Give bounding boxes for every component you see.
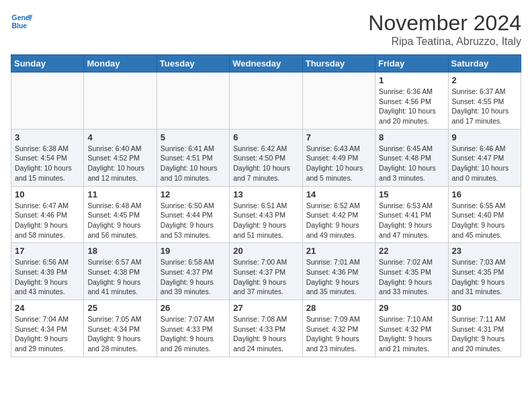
calendar-day-cell: 2Sunrise: 6:37 AM Sunset: 4:55 PM Daylig… <box>448 73 521 130</box>
calendar-day-cell <box>157 73 229 130</box>
calendar-week-row: 10Sunrise: 6:47 AM Sunset: 4:46 PM Dayli… <box>11 186 521 243</box>
day-info: Sunrise: 6:47 AM Sunset: 4:46 PM Dayligh… <box>15 201 80 240</box>
day-number: 13 <box>233 189 298 199</box>
day-number: 26 <box>161 303 226 313</box>
day-number: 10 <box>15 189 80 199</box>
calendar-day-cell: 29Sunrise: 7:10 AM Sunset: 4:32 PM Dayli… <box>375 300 448 357</box>
calendar-day-cell: 15Sunrise: 6:53 AM Sunset: 4:41 PM Dayli… <box>375 186 448 243</box>
day-number: 28 <box>306 303 371 313</box>
calendar-day-cell: 24Sunrise: 7:04 AM Sunset: 4:34 PM Dayli… <box>11 300 84 357</box>
day-info: Sunrise: 6:48 AM Sunset: 4:45 PM Dayligh… <box>87 201 152 240</box>
day-number: 17 <box>15 246 80 256</box>
calendar-day-cell: 18Sunrise: 6:57 AM Sunset: 4:38 PM Dayli… <box>84 243 157 300</box>
calendar-day-cell <box>302 73 375 130</box>
day-info: Sunrise: 6:43 AM Sunset: 4:49 PM Dayligh… <box>306 144 371 183</box>
day-info: Sunrise: 6:52 AM Sunset: 4:42 PM Dayligh… <box>306 201 371 240</box>
day-number: 30 <box>452 303 517 313</box>
calendar-day-cell: 7Sunrise: 6:43 AM Sunset: 4:49 PM Daylig… <box>302 129 375 186</box>
location-subtitle: Ripa Teatina, Abruzzo, Italy <box>368 36 521 48</box>
calendar-day-cell: 8Sunrise: 6:45 AM Sunset: 4:48 PM Daylig… <box>375 129 448 186</box>
day-info: Sunrise: 6:40 AM Sunset: 4:52 PM Dayligh… <box>87 144 152 183</box>
day-info: Sunrise: 6:51 AM Sunset: 4:43 PM Dayligh… <box>233 201 298 240</box>
title-block: November 2024 Ripa Teatina, Abruzzo, Ita… <box>368 11 521 48</box>
calendar-day-cell: 1Sunrise: 6:36 AM Sunset: 4:56 PM Daylig… <box>375 73 448 130</box>
logo-icon: General Blue <box>11 11 32 32</box>
page-header: General Blue November 2024 Ripa Teatina,… <box>11 11 521 48</box>
day-number: 8 <box>379 132 444 142</box>
day-of-week-header: Friday <box>375 55 448 73</box>
day-number: 1 <box>379 75 444 85</box>
calendar-day-cell: 17Sunrise: 6:56 AM Sunset: 4:39 PM Dayli… <box>11 243 84 300</box>
day-of-week-header: Wednesday <box>230 55 302 73</box>
calendar-day-cell: 5Sunrise: 6:41 AM Sunset: 4:51 PM Daylig… <box>157 129 229 186</box>
logo: General Blue <box>11 11 32 32</box>
calendar-day-cell: 4Sunrise: 6:40 AM Sunset: 4:52 PM Daylig… <box>84 129 157 186</box>
calendar-day-cell: 20Sunrise: 7:00 AM Sunset: 4:37 PM Dayli… <box>230 243 302 300</box>
day-info: Sunrise: 7:00 AM Sunset: 4:37 PM Dayligh… <box>233 257 298 297</box>
calendar-day-cell: 11Sunrise: 6:48 AM Sunset: 4:45 PM Dayli… <box>84 186 157 243</box>
day-number: 15 <box>379 189 444 199</box>
day-info: Sunrise: 7:02 AM Sunset: 4:35 PM Dayligh… <box>379 257 444 297</box>
calendar-week-row: 3Sunrise: 6:38 AM Sunset: 4:54 PM Daylig… <box>11 129 521 186</box>
day-number: 5 <box>161 132 226 142</box>
calendar-day-cell: 28Sunrise: 7:09 AM Sunset: 4:32 PM Dayli… <box>302 300 375 357</box>
day-number: 25 <box>87 303 152 313</box>
day-number: 9 <box>452 132 517 142</box>
calendar-day-cell: 12Sunrise: 6:50 AM Sunset: 4:44 PM Dayli… <box>157 186 229 243</box>
day-of-week-header: Thursday <box>302 55 375 73</box>
calendar-day-cell <box>230 73 302 130</box>
calendar-day-cell: 23Sunrise: 7:03 AM Sunset: 4:35 PM Dayli… <box>448 243 521 300</box>
calendar-day-cell: 14Sunrise: 6:52 AM Sunset: 4:42 PM Dayli… <box>302 186 375 243</box>
day-info: Sunrise: 6:58 AM Sunset: 4:37 PM Dayligh… <box>161 257 226 297</box>
day-number: 7 <box>306 132 371 142</box>
calendar-week-row: 1Sunrise: 6:36 AM Sunset: 4:56 PM Daylig… <box>11 73 521 130</box>
day-number: 24 <box>15 303 80 313</box>
calendar-table: SundayMondayTuesdayWednesdayThursdayFrid… <box>11 54 521 357</box>
day-number: 2 <box>452 75 517 85</box>
day-info: Sunrise: 6:38 AM Sunset: 4:54 PM Dayligh… <box>15 144 80 183</box>
month-year-title: November 2024 <box>368 11 521 36</box>
day-info: Sunrise: 6:57 AM Sunset: 4:38 PM Dayligh… <box>87 257 152 297</box>
calendar-day-cell: 22Sunrise: 7:02 AM Sunset: 4:35 PM Dayli… <box>375 243 448 300</box>
day-info: Sunrise: 6:46 AM Sunset: 4:47 PM Dayligh… <box>452 144 517 183</box>
day-number: 23 <box>452 246 517 256</box>
day-info: Sunrise: 6:36 AM Sunset: 4:56 PM Dayligh… <box>379 87 444 126</box>
day-number: 16 <box>452 189 517 199</box>
calendar-day-cell: 9Sunrise: 6:46 AM Sunset: 4:47 PM Daylig… <box>448 129 521 186</box>
day-of-week-header: Tuesday <box>157 55 229 73</box>
day-number: 19 <box>161 246 226 256</box>
day-number: 12 <box>161 189 226 199</box>
calendar-day-cell: 10Sunrise: 6:47 AM Sunset: 4:46 PM Dayli… <box>11 186 84 243</box>
calendar-day-cell: 26Sunrise: 7:07 AM Sunset: 4:33 PM Dayli… <box>157 300 229 357</box>
day-info: Sunrise: 7:09 AM Sunset: 4:32 PM Dayligh… <box>306 314 371 354</box>
calendar-day-cell: 19Sunrise: 6:58 AM Sunset: 4:37 PM Dayli… <box>157 243 229 300</box>
day-of-week-header: Saturday <box>448 55 521 73</box>
day-info: Sunrise: 6:45 AM Sunset: 4:48 PM Dayligh… <box>379 144 444 183</box>
day-info: Sunrise: 7:10 AM Sunset: 4:32 PM Dayligh… <box>379 314 444 354</box>
calendar-day-cell: 6Sunrise: 6:42 AM Sunset: 4:50 PM Daylig… <box>230 129 302 186</box>
day-number: 18 <box>87 246 152 256</box>
day-info: Sunrise: 7:05 AM Sunset: 4:34 PM Dayligh… <box>87 314 152 354</box>
svg-text:Blue: Blue <box>12 22 28 30</box>
day-info: Sunrise: 6:41 AM Sunset: 4:51 PM Dayligh… <box>161 144 226 183</box>
day-info: Sunrise: 7:01 AM Sunset: 4:36 PM Dayligh… <box>306 257 371 297</box>
day-info: Sunrise: 6:42 AM Sunset: 4:50 PM Dayligh… <box>233 144 298 183</box>
day-info: Sunrise: 7:08 AM Sunset: 4:33 PM Dayligh… <box>233 314 298 354</box>
day-number: 4 <box>87 132 152 142</box>
day-info: Sunrise: 6:50 AM Sunset: 4:44 PM Dayligh… <box>161 201 226 240</box>
day-number: 11 <box>87 189 152 199</box>
calendar-week-row: 24Sunrise: 7:04 AM Sunset: 4:34 PM Dayli… <box>11 300 521 357</box>
day-info: Sunrise: 7:07 AM Sunset: 4:33 PM Dayligh… <box>161 314 226 354</box>
calendar-day-cell: 30Sunrise: 7:11 AM Sunset: 4:31 PM Dayli… <box>448 300 521 357</box>
day-of-week-header: Sunday <box>11 55 84 73</box>
day-info: Sunrise: 6:56 AM Sunset: 4:39 PM Dayligh… <box>15 257 80 297</box>
calendar-day-cell: 16Sunrise: 6:55 AM Sunset: 4:40 PM Dayli… <box>448 186 521 243</box>
day-number: 14 <box>306 189 371 199</box>
calendar-week-row: 17Sunrise: 6:56 AM Sunset: 4:39 PM Dayli… <box>11 243 521 300</box>
calendar-day-cell: 13Sunrise: 6:51 AM Sunset: 4:43 PM Dayli… <box>230 186 302 243</box>
day-info: Sunrise: 6:53 AM Sunset: 4:41 PM Dayligh… <box>379 201 444 240</box>
day-of-week-header: Monday <box>84 55 157 73</box>
calendar-header-row: SundayMondayTuesdayWednesdayThursdayFrid… <box>11 55 521 73</box>
calendar-day-cell <box>11 73 84 130</box>
day-number: 6 <box>233 132 298 142</box>
